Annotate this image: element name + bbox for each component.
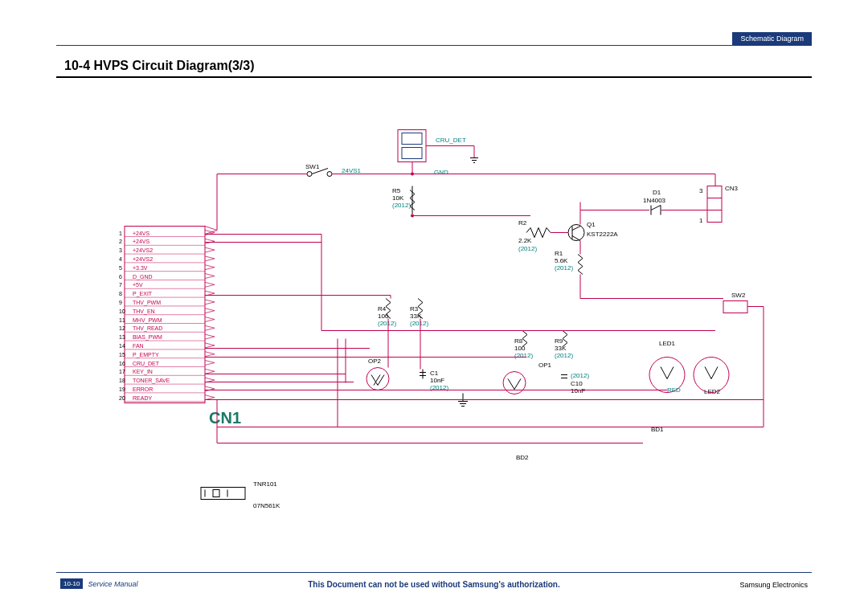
svg-point-45 [411, 173, 414, 176]
schematic-svg: CN1 1+24VS2+24VS3+24VS24+24VS25+3.3V6D_G… [56, 88, 812, 557]
footer-right: Samsung Electronics [739, 581, 808, 589]
cn3: CN3 3 1 [699, 174, 739, 224]
pin-label: +24VS2 [133, 256, 153, 262]
cru-det-block: CRU_DET GND [398, 130, 478, 176]
svg-text:CN3: CN3 [725, 185, 739, 192]
svg-text:R5: R5 [392, 187, 401, 194]
svg-point-46 [411, 215, 414, 218]
pin-num: 4 [119, 256, 122, 262]
pin-num: 11 [119, 317, 125, 323]
svg-text:SW2: SW2 [731, 292, 746, 299]
svg-point-22 [307, 172, 312, 177]
svg-text:CRU_DET: CRU_DET [436, 137, 466, 144]
svg-text:(2012): (2012) [555, 352, 573, 359]
pin-num: 12 [119, 325, 125, 331]
page-title: 10-4 HVPS Circuit Diagram(3/3) [64, 59, 255, 73]
pin-num: 9 [119, 300, 122, 305]
sw1: SW1 24VS1 [217, 163, 422, 231]
pin-num: 10 [119, 309, 125, 314]
svg-text:SW1: SW1 [305, 163, 320, 170]
svg-text:R2: R2 [518, 219, 527, 227]
pin-label: FAN [133, 343, 144, 349]
footer-center: This Document can not be used without Sa… [0, 580, 868, 589]
svg-text:R4: R4 [378, 305, 387, 313]
r4: R4 100 (2012) [378, 299, 396, 327]
svg-text:(2012): (2012) [514, 352, 533, 359]
pin-num: 5 [119, 265, 122, 271]
tnr101: TNR101 07N561K [201, 480, 280, 509]
pin-label: MHV_PWM [133, 317, 162, 324]
pin-num: 18 [119, 378, 125, 383]
sw2: SW2 [580, 292, 764, 427]
svg-text:5.6K: 5.6K [555, 257, 568, 264]
svg-text:Q1: Q1 [587, 221, 596, 228]
svg-rect-138 [213, 490, 219, 497]
svg-text:KST2222A: KST2222A [587, 231, 618, 238]
connector-pins: 1+24VS2+24VS3+24VS24+24VS25+3.3V6D_GND7+… [119, 231, 215, 402]
svg-text:3: 3 [699, 187, 703, 194]
pin-label: +24VS [133, 239, 150, 244]
routing-wires [205, 235, 764, 400]
svg-text:10K: 10K [392, 194, 404, 202]
svg-text:BD2: BD2 [516, 454, 529, 461]
svg-text:(2012): (2012) [555, 264, 573, 272]
rule-bottom [56, 572, 812, 573]
svg-text:24VS1: 24VS1 [342, 167, 362, 174]
r8: R8 100 (2012) [514, 331, 533, 359]
svg-text:TNR101: TNR101 [253, 480, 277, 488]
pin-label: READY [133, 395, 152, 401]
page-root: Schematic Diagram 10-4 HVPS Circuit Diag… [0, 0, 868, 613]
pin-label: KEY_IN [133, 369, 153, 375]
svg-text:RED: RED [667, 386, 681, 394]
svg-text:OP1: OP1 [538, 362, 552, 369]
svg-text:BD1: BD1 [651, 426, 664, 433]
svg-text:R3: R3 [410, 305, 419, 313]
svg-rect-137 [201, 488, 245, 500]
pin-label: THV_READ [133, 325, 162, 332]
svg-line-52 [572, 227, 580, 231]
pin-label: THV_PWM [133, 300, 161, 306]
svg-point-101 [503, 372, 526, 394]
c1: C1 10nF (2012) [420, 370, 448, 391]
op2: OP2 [366, 358, 389, 390]
svg-text:1N4003: 1N4003 [643, 197, 666, 204]
pin-label: +3.3V [133, 265, 148, 271]
d1: D1 1N4003 [580, 189, 707, 215]
svg-text:1: 1 [699, 217, 703, 224]
pin-num: 13 [119, 334, 125, 340]
pin-num: 17 [119, 369, 125, 374]
pin-num: 16 [119, 361, 125, 366]
svg-text:D1: D1 [653, 189, 661, 196]
header-band: Schematic Diagram [732, 32, 812, 45]
title-underline [56, 76, 812, 78]
svg-text:R9: R9 [555, 337, 563, 345]
svg-text:C1: C1 [430, 370, 439, 377]
pin-num: 19 [119, 386, 125, 392]
svg-rect-31 [402, 148, 422, 159]
pin-num: 8 [119, 291, 122, 296]
svg-text:(2012): (2012) [392, 202, 411, 209]
r3: R3 33K (2012) [410, 299, 428, 327]
svg-rect-30 [402, 133, 422, 145]
led1: LED1 RED [649, 340, 685, 394]
pin-label: CRU_DET [133, 361, 160, 367]
pin-num: 1 [119, 231, 122, 236]
svg-text:LED1: LED1 [659, 340, 676, 347]
pin-num: 2 [119, 239, 122, 244]
pin-num: 14 [119, 343, 125, 349]
r2: R2 2.2K (2012) [518, 219, 551, 252]
pin-num: 6 [119, 274, 122, 280]
op1: OP1 [503, 362, 552, 394]
svg-rect-68 [707, 186, 722, 223]
pin-label: P_EMPTY [133, 352, 159, 358]
pin-label: +5V [133, 282, 143, 288]
pin-num: 3 [119, 247, 122, 253]
svg-text:GND: GND [434, 169, 448, 176]
svg-text:10nF: 10nF [430, 377, 444, 384]
led2: LED2 [694, 358, 729, 395]
svg-text:2.2K: 2.2K [518, 237, 532, 244]
pin-label: +24VS2 [133, 247, 153, 253]
rule-top [56, 45, 812, 46]
r9: R9 33K (2012) [555, 331, 573, 359]
svg-text:R8: R8 [514, 337, 523, 345]
